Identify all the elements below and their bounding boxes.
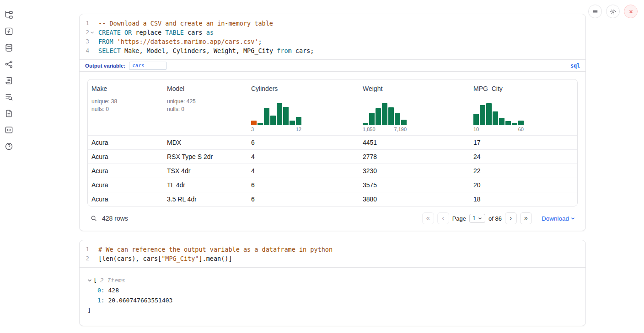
- sql-cell-output: Makeunique: 38nulls: 0Modelunique: 425nu…: [80, 72, 585, 231]
- next-page-button[interactable]: ›: [505, 212, 517, 224]
- code-token: -- Download a CSV and create an in-memor…: [98, 20, 273, 27]
- table-row[interactable]: AcuraMDX6445117: [88, 135, 577, 149]
- table-row[interactable]: AcuraRSX Type S 2dr4277824: [88, 149, 577, 164]
- histogram-bar[interactable]: [283, 107, 289, 125]
- column-histogram: 312: [251, 102, 301, 132]
- items-count-label: 2 Items: [100, 275, 125, 285]
- dependency-graph-icon: [5, 60, 13, 69]
- last-page-button[interactable]: »: [520, 212, 532, 224]
- histogram-bar[interactable]: [505, 121, 511, 125]
- histogram-bar[interactable]: [376, 108, 381, 125]
- output-variable-input[interactable]: [129, 62, 166, 70]
- python-cell-output: [ 2 Items 0: 4281: 20.060747663551403 ]: [80, 267, 585, 326]
- histogram-bar[interactable]: [277, 103, 282, 125]
- histogram-bar[interactable]: [290, 121, 295, 125]
- output-variable-label: Output variable:: [85, 63, 125, 69]
- table-header: Makeunique: 38nulls: 0Modelunique: 425nu…: [88, 79, 577, 135]
- code-line: 4SELECT Make, Model, Cylinders, Weight, …: [80, 46, 585, 55]
- column-header[interactable]: Modelunique: 425nulls: 0: [163, 79, 247, 135]
- histogram-bar[interactable]: [499, 118, 504, 125]
- fold-gutter: [89, 19, 95, 28]
- output-variable-row: Output variable: sql: [80, 59, 585, 72]
- code-token: SELECT: [98, 47, 121, 54]
- column-header[interactable]: MPG_City1060: [470, 79, 577, 135]
- sql-cell: 1-- Download a CSV and create an in-memo…: [79, 14, 586, 231]
- gear-icon: [610, 8, 617, 15]
- sidebar-function-button[interactable]: [4, 26, 15, 37]
- download-button[interactable]: Download: [542, 215, 575, 222]
- item-key: 0:: [97, 287, 105, 294]
- sidebar-help-button[interactable]: [4, 141, 15, 152]
- histogram-bar[interactable]: [512, 123, 517, 125]
- histogram-bar[interactable]: [518, 121, 524, 125]
- download-label: Download: [542, 215, 569, 222]
- scroll-icon: [5, 76, 13, 85]
- table-cell: 4451: [359, 136, 470, 149]
- table-cell: 24: [470, 150, 577, 164]
- code-token: FROM: [98, 38, 113, 45]
- menu-button[interactable]: [588, 5, 602, 18]
- code-token: cars: [184, 29, 206, 36]
- histogram-bar[interactable]: [395, 113, 400, 125]
- collapse-toggle-icon[interactable]: [87, 278, 93, 283]
- table-cell: 3.5 RL 4dr: [163, 192, 247, 206]
- histogram-bar[interactable]: [363, 123, 368, 125]
- sidebar-scroll-button[interactable]: [4, 75, 15, 86]
- first-page-button[interactable]: «: [422, 212, 434, 224]
- histogram-bar[interactable]: [264, 108, 269, 125]
- fold-toggle-icon[interactable]: [89, 28, 95, 37]
- table-row[interactable]: AcuraTSX 4dr4323022: [88, 164, 577, 178]
- histogram-bar[interactable]: [473, 114, 479, 125]
- code-token: ].mean()]: [199, 255, 232, 262]
- table-cell: 18: [470, 192, 577, 206]
- code-snippets-icon: [5, 126, 13, 134]
- sidebar-database-button[interactable]: [4, 42, 15, 53]
- histogram-bar[interactable]: [258, 123, 263, 125]
- histogram-bar[interactable]: [369, 113, 375, 125]
- summary-line: unique: 38: [91, 98, 160, 106]
- settings-button[interactable]: [606, 5, 620, 18]
- sidebar-logs-search-button[interactable]: [4, 91, 15, 102]
- histogram-bar[interactable]: [251, 121, 257, 125]
- sidebar-code-snippets-button[interactable]: [4, 124, 15, 135]
- histogram-bar[interactable]: [493, 111, 498, 125]
- table-cell: 4: [247, 150, 359, 164]
- column-header[interactable]: Cylinders312: [247, 79, 359, 135]
- prev-page-button[interactable]: ‹: [437, 212, 449, 224]
- table-cell: 20: [470, 178, 577, 192]
- sidebar-dependency-graph-button[interactable]: [4, 58, 15, 69]
- code-token: as: [206, 29, 214, 36]
- table-row[interactable]: AcuraTL 4dr6357520: [88, 178, 577, 192]
- histogram-bar[interactable]: [296, 117, 301, 125]
- python-code-editor[interactable]: 1# We can reference the output variable …: [80, 240, 585, 267]
- table-cell: 22: [470, 164, 577, 178]
- shutdown-button[interactable]: [624, 5, 638, 18]
- histogram-bar[interactable]: [270, 116, 276, 125]
- sql-code-editor[interactable]: 1-- Download a CSV and create an in-memo…: [80, 14, 585, 59]
- column-header[interactable]: Weight1,8507,190: [359, 79, 470, 135]
- table-cell: MDX: [163, 136, 247, 149]
- histogram-bar[interactable]: [388, 107, 394, 125]
- table-row[interactable]: Acura3.5 RL 4dr6388018: [88, 192, 577, 206]
- summary-line: nulls: 0: [167, 106, 244, 113]
- histogram-bar[interactable]: [401, 120, 407, 125]
- open-bracket: [: [93, 275, 97, 285]
- histogram-bars: [251, 102, 301, 125]
- code-token: 'https://datasets.marimo.app/cars.csv': [117, 38, 258, 45]
- fold-gutter: [89, 245, 95, 254]
- axis-min-label: 1,850: [363, 127, 376, 132]
- column-header[interactable]: Makeunique: 38nulls: 0: [88, 79, 163, 135]
- document-icon: [5, 109, 13, 118]
- table-body: AcuraMDX6445117AcuraRSX Type S 2dr427782…: [88, 135, 577, 206]
- histogram-bar[interactable]: [480, 105, 485, 125]
- table-search-button[interactable]: [90, 215, 97, 222]
- code-content: FROM 'https://datasets.marimo.app/cars.c…: [95, 37, 262, 46]
- page-select[interactable]: 1: [469, 214, 485, 223]
- histogram-bar[interactable]: [486, 103, 492, 125]
- code-line: 1-- Download a CSV and create an in-memo…: [80, 19, 585, 28]
- sidebar-file-tree-button[interactable]: [4, 9, 15, 20]
- sidebar-document-button[interactable]: [4, 108, 15, 119]
- table-cell: 3575: [359, 178, 470, 192]
- code-token: TABLE: [165, 29, 184, 36]
- histogram-bar[interactable]: [382, 103, 387, 125]
